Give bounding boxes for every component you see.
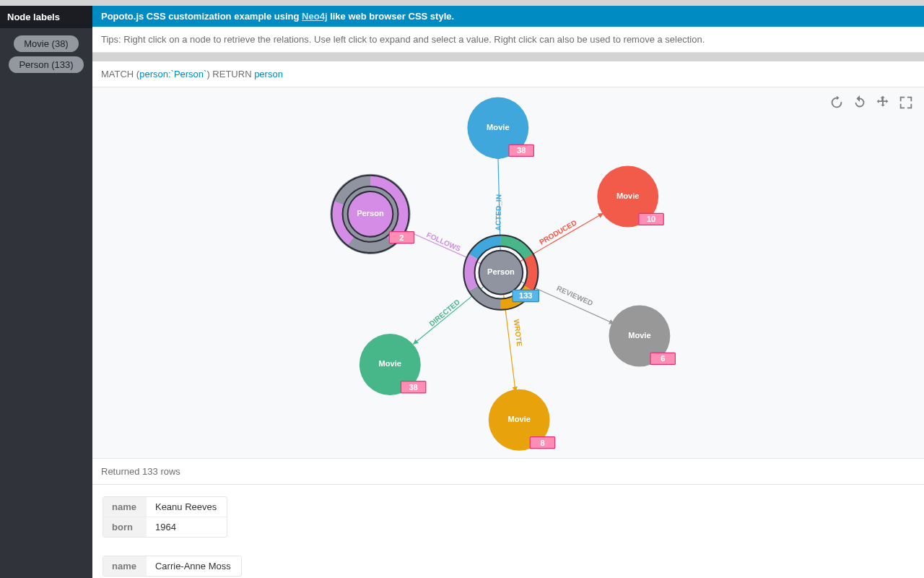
divider [92,53,924,61]
graph-node-center[interactable]: Person 133 [463,236,539,310]
result-row: nameCarrie-Anne Moss [103,556,242,577]
graph-node-movie-actedin[interactable]: Movie 38 [467,98,533,159]
title-prefix: Popoto.js CSS customization example usin… [101,11,302,22]
edge-label: REVIEWED [556,284,595,307]
svg-text:Movie: Movie [628,331,650,340]
svg-text:Person: Person [357,209,384,217]
result-name: Carrie-Anne Moss [147,556,241,576]
sidebar-item-person[interactable]: Person (133) [9,56,83,73]
graph-canvas[interactable]: ACTED_IN PRODUCED REVIEWED WROTE DIRECTE… [92,87,924,459]
graph-node-movie-wrote[interactable]: Movie 8 [489,389,555,451]
reset-icon[interactable] [829,95,845,111]
svg-text:133: 133 [519,291,533,300]
svg-text:Movie: Movie [379,359,401,368]
edge-label: DIRECTED [428,298,462,328]
center-icon[interactable] [875,95,891,111]
results-header: Returned 133 rows [92,459,924,485]
title-suffix: like web browser CSS style. [328,11,455,22]
result-born: 1964 [147,517,227,538]
fullscreen-icon[interactable] [898,95,914,111]
svg-text:Movie: Movie [507,415,530,423]
svg-text:6: 6 [661,354,665,363]
svg-text:10: 10 [647,215,655,223]
sidebar-header: Node labels [0,6,92,28]
reload-icon[interactable] [852,95,868,111]
title-bar: Popoto.js CSS customization example usin… [92,6,924,27]
sidebar-item-movie[interactable]: Movie (38) [14,35,78,52]
result-name: Keanu Reeves [147,497,227,517]
query-node[interactable]: person:`Person` [139,69,206,79]
edge-label: WROTE [513,319,524,347]
sidebar: Node labels Movie (38) Person (133) [0,6,92,578]
svg-text:8: 8 [540,439,544,447]
svg-text:38: 38 [517,146,526,155]
cypher-query: MATCH (person:`Person`) RETURN person [92,61,924,87]
edge-label: ACTED_IN [494,194,502,231]
tips-bar: Tips: Right click on a node to retrieve … [92,27,924,53]
title-link[interactable]: Neo4j [302,11,327,22]
graph-toolbar [829,95,914,111]
query-return[interactable]: person [254,69,283,79]
graph-node-person-follows[interactable]: Person 2 [330,174,414,254]
svg-text:38: 38 [409,383,417,392]
result-row: nameKeanu Reeves born1964 [103,496,227,538]
svg-text:2: 2 [399,233,404,242]
graph-node-movie-produced[interactable]: Movie 10 [597,166,663,228]
svg-text:Movie: Movie [487,123,509,131]
graph-node-movie-reviewed[interactable]: Movie 6 [609,306,675,367]
edge-label: PRODUCED [538,218,578,246]
graph-node-movie-directed[interactable]: Movie 38 [359,334,426,395]
svg-text:Person: Person [487,267,515,276]
svg-text:Movie: Movie [616,191,639,200]
results-list[interactable]: nameKeanu Reeves born1964 nameCarrie-Ann… [92,485,924,578]
